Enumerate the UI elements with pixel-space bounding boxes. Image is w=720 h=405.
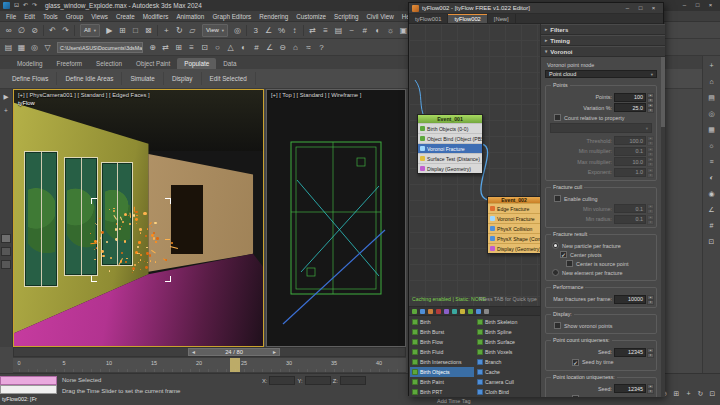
operator-voronoi-fracture[interactable]: Voronoi Fracture — [488, 213, 540, 223]
menu-views[interactable]: Views — [87, 13, 112, 20]
angle-snap-icon[interactable]: ∠ — [262, 24, 275, 37]
depot-category-icon-5[interactable] — [452, 309, 457, 314]
grids-icon[interactable]: # — [250, 41, 263, 54]
ribbon-tab-populate[interactable]: Populate — [177, 58, 216, 69]
tyflow-titlebar[interactable]: tyFlow002 - [tyFlow FREE v1.022 Editor] … — [409, 3, 663, 14]
material-icon[interactable]: ◐ — [706, 172, 718, 183]
depot-category-icon-3[interactable] — [436, 309, 441, 314]
spinner-snap-icon[interactable]: ↕ — [288, 24, 301, 37]
depot-item-birth[interactable]: Birth — [410, 317, 474, 327]
save-icon[interactable]: ⊡ — [12, 1, 21, 10]
depot-category-icon-6[interactable] — [460, 309, 465, 314]
toolbox-icon[interactable]: ⊡ — [198, 41, 211, 54]
display-filter-icon[interactable]: ▽ — [41, 41, 54, 54]
project-path-field[interactable]: C:\Users\ASUS\Documents\3dsMax — [57, 42, 143, 53]
window-crossing-icon[interactable]: ⊠ — [142, 24, 155, 37]
viewport-layout-tab-2[interactable] — [1, 247, 11, 256]
tab-new-flow[interactable]: [New] — [488, 14, 516, 23]
select-and-scale-icon[interactable]: ▱ — [186, 24, 199, 37]
script-icon[interactable]: ≈ — [302, 41, 315, 54]
ribbon-tab-selection[interactable]: Selection — [89, 58, 129, 69]
variation-field[interactable]: 25.0 — [614, 103, 646, 112]
points-field[interactable]: 100 — [614, 93, 646, 102]
show-voronoi-points-checkbox[interactable] — [554, 322, 561, 329]
ribbon-button-display[interactable]: Display — [164, 72, 202, 85]
hierarchy-panel-icon[interactable]: ▤ — [706, 92, 718, 103]
select-and-move-icon[interactable]: + — [160, 24, 173, 37]
ribbon-tab-object-paint[interactable]: Object Paint — [129, 58, 177, 69]
operator-object-bind-object-pbs[interactable]: Object Bind (Object (PBS)) — [418, 133, 482, 143]
orbit-icon[interactable]: ↻ — [695, 388, 706, 399]
viewport-layout-tab-1[interactable] — [1, 234, 11, 243]
menu-scripting[interactable]: Scripting — [330, 13, 363, 20]
depot-category-icon-2[interactable] — [428, 309, 433, 314]
render-setup-icon[interactable]: ☼ — [384, 24, 397, 37]
maximize-button[interactable]: □ — [691, 1, 704, 10]
depot-item-birth-intersections[interactable]: Birth Intersections — [410, 357, 474, 367]
help-icon[interactable]: ? — [315, 41, 328, 54]
coord-z-field[interactable] — [340, 376, 366, 385]
depot-item-cache[interactable]: Cache — [475, 367, 539, 377]
menu-rendering[interactable]: Rendering — [255, 13, 292, 20]
depot-item-birth-paint[interactable]: Birth Paint — [410, 377, 474, 387]
viewport-label[interactable]: [+] [ Top ] [ Standard ] [ Wireframe ] — [271, 92, 361, 98]
align-tool-icon[interactable]: ≡ — [185, 41, 198, 54]
display-panel-icon[interactable]: ▦ — [706, 124, 718, 135]
render-shortcut-icon[interactable]: ◉ — [706, 188, 718, 199]
unlink-selection-icon[interactable]: ∅ — [15, 24, 28, 37]
operator-voronoi-fracture[interactable]: Voronoi Fracture — [418, 143, 482, 153]
normal-align-icon[interactable]: △ — [224, 41, 237, 54]
menu-group[interactable]: Group — [62, 13, 88, 20]
bind-to-spacewarp-icon[interactable]: ⊘ — [28, 24, 41, 37]
event-node-1[interactable]: Event_001 Birth Objects (0-0)Object Bind… — [417, 114, 483, 174]
snap-shortcut-icon[interactable]: ∠ — [706, 204, 718, 215]
redo-icon[interactable]: ↷ — [30, 1, 39, 10]
depot-item-birth-burst[interactable]: Birth Burst — [410, 327, 474, 337]
depot-category-icon-7[interactable] — [468, 309, 473, 314]
viewport-layout-tab-3[interactable] — [1, 260, 11, 269]
menu-file[interactable]: File — [2, 13, 20, 20]
depot-item-camera-cull[interactable]: Camera Cull — [475, 377, 539, 387]
depot-item-birth-objects[interactable]: Birth Objects — [410, 367, 474, 377]
depot-category-icon-4[interactable] — [444, 309, 449, 314]
macro-recorder-field[interactable] — [0, 376, 57, 385]
count-relative-checkbox[interactable] — [554, 114, 561, 121]
select-and-link-icon[interactable]: ∞ — [2, 24, 15, 37]
depot-item-birth-flow[interactable]: Birth Flow — [410, 337, 474, 347]
operator-display-geometry[interactable]: Display (Geometry) — [488, 243, 540, 253]
viewport-menu-icon[interactable]: ▶ — [1, 92, 11, 102]
isolate-selection-icon[interactable]: ◎ — [28, 41, 41, 54]
selection-filter-dropdown[interactable]: All — [80, 24, 100, 37]
rollout-filters[interactable]: Filters — [541, 24, 665, 35]
use-pivot-center-icon[interactable]: ◎ — [231, 24, 244, 37]
redo-icon[interactable]: ↷ — [59, 24, 72, 37]
grid-shortcut-icon[interactable]: # — [706, 220, 718, 231]
rollout-voronoi[interactable]: Voronoi — [541, 46, 665, 57]
material-editor-icon[interactable]: ◐ — [371, 24, 384, 37]
location-seed-field[interactable]: 12345 — [614, 384, 646, 393]
center-pivots-checkbox[interactable] — [560, 251, 567, 258]
curve-editor-icon[interactable]: ~ — [345, 24, 358, 37]
viewport-layout-icon[interactable]: ▦ — [15, 41, 28, 54]
depot-item-cloth-bind[interactable]: Cloth Bind — [475, 387, 539, 397]
viewport-top[interactable]: [+] [ Top ] [ Standard ] [ Wireframe ] — [266, 89, 406, 347]
depot-item-branch[interactable]: Branch — [475, 357, 539, 367]
select-and-rotate-icon[interactable]: ↻ — [173, 24, 186, 37]
percent-snap-icon[interactable]: % — [275, 24, 288, 37]
max-fractures-spinner[interactable] — [647, 295, 654, 304]
tyflow-node-graph[interactable]: Event_001 Birth Objects (0-0)Object Bind… — [409, 24, 541, 306]
event-node-2[interactable]: Event_002 Edge FractureVoronoi FractureP… — [487, 196, 541, 254]
modify-panel-icon[interactable]: ⌂ — [706, 76, 718, 87]
mirror-icon[interactable]: ⇄ — [306, 24, 319, 37]
snap-settings-icon[interactable]: ∠ — [263, 41, 276, 54]
depot-category-icon-0[interactable] — [412, 309, 417, 314]
schematic-view-icon[interactable]: # — [358, 24, 371, 37]
ribbon-tab-modeling[interactable]: Modeling — [10, 58, 50, 69]
operator-physx-collision[interactable]: PhysX Collision — [488, 223, 540, 233]
array-icon[interactable]: ⊞ — [172, 41, 185, 54]
units-icon[interactable]: ⊖ — [276, 41, 289, 54]
operator-edge-fracture[interactable]: Edge Fracture — [488, 203, 540, 213]
menu-civil-view[interactable]: Civil View — [363, 13, 398, 20]
menu-graph-editors[interactable]: Graph Editors — [208, 13, 255, 20]
measure-icon[interactable]: ⌂ — [289, 41, 302, 54]
